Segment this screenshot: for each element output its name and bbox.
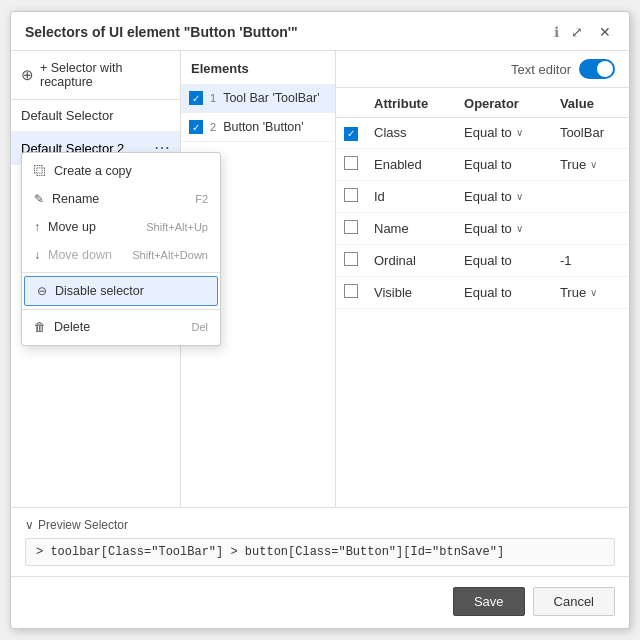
op-dropdown-class[interactable]: Equal to ∨ [464,125,523,140]
menu-item-label: ↓Move down [34,248,112,262]
title-bar: Selectors of UI element "Button 'Button'… [11,12,629,51]
attr-op-visible[interactable]: Equal to [456,276,552,308]
selector-item-default[interactable]: Default Selector [11,100,180,132]
move-up-icon: ↑ [34,220,40,234]
menu-shortcut: Del [191,321,208,333]
attr-row-class: ✓ Class Equal to ∨ ToolBar [336,118,629,149]
col-header-attribute: Attribute [366,88,456,118]
attributes-table: Attribute Operator Value ✓ Class [336,88,629,309]
attr-name-visible: Visible [366,276,456,308]
cancel-button[interactable]: Cancel [533,587,615,616]
menu-item-disable-selector[interactable]: ⊖Disable selector [24,276,218,306]
menu-shortcut: Shift+Alt+Up [146,221,208,233]
attr-checkbox-visible[interactable] [344,284,358,298]
attr-val-class: ToolBar [552,118,629,149]
chevron-down-icon: ∨ [590,159,597,170]
element-item-0[interactable]: ✓ 1 Tool Bar 'ToolBar' [181,84,335,113]
chevron-down-icon: ∨ [516,223,523,234]
op-dropdown-visible[interactable]: Equal to [464,285,512,300]
check-icon: ✓ [347,128,355,139]
text-editor-toggle[interactable] [579,59,615,79]
close-button[interactable]: ✕ [595,22,615,42]
attr-cb-id[interactable] [336,180,366,212]
text-editor-label: Text editor [511,62,571,77]
attr-row-id: Id Equal to ∨ [336,180,629,212]
expand-button[interactable]: ⤢ [567,22,587,42]
chevron-down-icon: ∨ [590,287,597,298]
add-selector-button[interactable]: ⊕ + Selector with recapture [11,51,180,100]
attr-op-name[interactable]: Equal to ∨ [456,212,552,244]
attr-checkbox-id[interactable] [344,188,358,202]
attr-cb-name[interactable] [336,212,366,244]
info-icon[interactable]: ℹ [554,24,559,40]
elements-panel-title: Elements [181,51,335,84]
attr-val-visible[interactable]: True ∨ [552,276,629,308]
attr-checkbox-name[interactable] [344,220,358,234]
context-menu: ⿻Create a copy ✎Rename F2 ↑Move up Shift… [21,152,221,346]
rename-icon: ✎ [34,192,44,206]
attr-checkbox-enabled[interactable] [344,156,358,170]
attr-val-id [552,180,629,212]
element-checkbox-0[interactable]: ✓ [189,91,203,105]
attr-checkbox-class[interactable]: ✓ [344,127,358,141]
save-button[interactable]: Save [453,587,525,616]
element-num-1: 2 [210,121,216,133]
menu-item-move-down: ↓Move down Shift+Alt+Down [22,241,220,269]
element-label-1: Button 'Button' [223,120,304,134]
chevron-down-icon: ∨ [516,191,523,202]
attr-row-name: Name Equal to ∨ [336,212,629,244]
content-area: ⊕ + Selector with recapture Default Sele… [11,51,629,507]
col-header-value: Value [552,88,629,118]
attr-name-id: Id [366,180,456,212]
attr-val-enabled[interactable]: True ∨ [552,148,629,180]
footer: Save Cancel [11,576,629,628]
attr-checkbox-ordinal[interactable] [344,252,358,266]
attr-name-name: Name [366,212,456,244]
element-checkbox-1[interactable]: ✓ [189,120,203,134]
attr-cb-class[interactable]: ✓ [336,118,366,149]
attr-cb-ordinal[interactable] [336,244,366,276]
preview-selector-value: toolbar[Class="ToolBar"] > button[Class=… [50,545,504,559]
menu-item-label: 🗑Delete [34,320,90,334]
selectors-dialog: Selectors of UI element "Button 'Button'… [10,11,630,629]
element-num-0: 1 [210,92,216,104]
attr-cb-enabled[interactable] [336,148,366,180]
val-dropdown-visible[interactable]: True ∨ [560,285,597,300]
preview-arrow: > [36,545,43,559]
add-selector-label: + Selector with recapture [40,61,170,89]
col-header-operator: Operator [456,88,552,118]
op-dropdown-id[interactable]: Equal to ∨ [464,189,523,204]
menu-item-create-copy[interactable]: ⿻Create a copy [22,157,220,185]
menu-item-rename[interactable]: ✎Rename F2 [22,185,220,213]
toggle-knob [597,61,613,77]
menu-separator-2 [22,309,220,310]
menu-item-delete[interactable]: 🗑Delete Del [22,313,220,341]
menu-item-label: ⊖Disable selector [37,284,144,298]
attr-op-enabled[interactable]: Equal to [456,148,552,180]
menu-item-move-up[interactable]: ↑Move up Shift+Alt+Up [22,213,220,241]
menu-shortcut: Shift+Alt+Down [132,249,208,261]
element-item-1[interactable]: ✓ 2 Button 'Button' [181,113,335,142]
attr-op-id[interactable]: Equal to ∨ [456,180,552,212]
attr-name-ordinal: Ordinal [366,244,456,276]
preview-selector-text: > toolbar[Class="ToolBar"] > button[Clas… [25,538,615,566]
attr-val-name [552,212,629,244]
move-down-icon: ↓ [34,248,40,262]
title-actions: ⤢ ✕ [567,22,615,42]
col-header-cb [336,88,366,118]
attr-op-ordinal[interactable]: Equal to [456,244,552,276]
attr-cb-visible[interactable] [336,276,366,308]
attr-name-enabled: Enabled [366,148,456,180]
op-dropdown-ordinal[interactable]: Equal to [464,253,512,268]
menu-item-label: ✎Rename [34,192,99,206]
dialog-title: Selectors of UI element "Button 'Button'… [25,24,546,40]
preview-label[interactable]: ∨ Preview Selector [25,518,615,532]
copy-icon: ⿻ [34,164,46,178]
menu-separator-1 [22,272,220,273]
attr-op-class[interactable]: Equal to ∨ [456,118,552,149]
op-dropdown-enabled[interactable]: Equal to [464,157,512,172]
disable-icon: ⊖ [37,284,47,298]
val-dropdown-enabled[interactable]: True ∨ [560,157,597,172]
left-panel: ⊕ + Selector with recapture Default Sele… [11,51,181,507]
op-dropdown-name[interactable]: Equal to ∨ [464,221,523,236]
